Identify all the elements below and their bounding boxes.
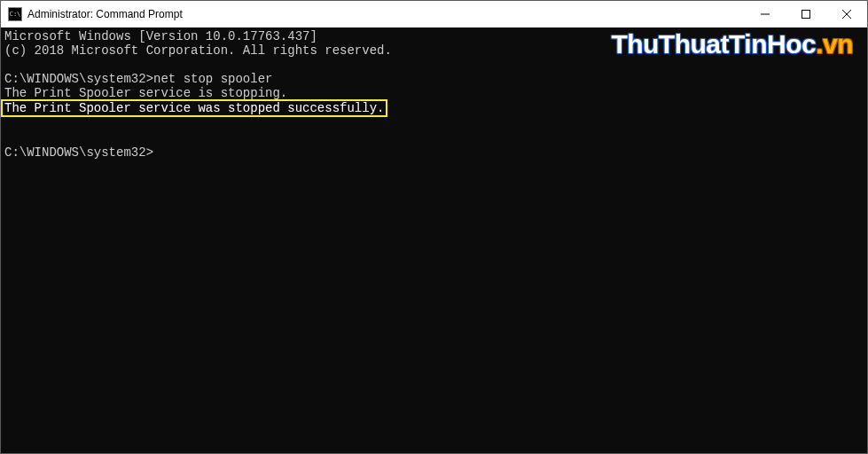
- terminal-area[interactable]: Microsoft Windows [Version 10.0.17763.43…: [1, 27, 867, 453]
- titlebar[interactable]: C:\ Administrator: Command Prompt: [1, 1, 867, 27]
- prompt-2-path: C:\WINDOWS\system32>: [4, 145, 153, 160]
- window-title: Administrator: Command Prompt: [27, 8, 183, 20]
- prompt-1: C:\WINDOWS\system32>net stop spooler: [4, 72, 272, 86]
- cmd-window: C:\ Administrator: Command Prompt Micros…: [0, 0, 868, 454]
- svg-rect-1: [802, 11, 810, 19]
- maximize-button[interactable]: [786, 1, 826, 27]
- output-line-1: The Print Spooler service is stopping.: [4, 86, 287, 100]
- close-icon: [842, 10, 851, 19]
- minimize-button[interactable]: [745, 1, 786, 27]
- minimize-icon: [761, 10, 770, 19]
- cmd-icon: C:\: [8, 7, 22, 21]
- prompt-1-command: net stop spooler: [153, 72, 272, 86]
- banner-line-1: Microsoft Windows [Version 10.0.17763.43…: [4, 29, 317, 43]
- prompt-1-path: C:\WINDOWS\system32>: [4, 72, 153, 86]
- output-line-2-highlighted: The Print Spooler service was stopped su…: [1, 99, 387, 117]
- maximize-icon: [802, 10, 810, 19]
- banner-line-2: (c) 2018 Microsoft Corporation. All righ…: [4, 43, 392, 58]
- close-button[interactable]: [826, 1, 867, 27]
- prompt-2: C:\WINDOWS\system32>: [4, 145, 153, 160]
